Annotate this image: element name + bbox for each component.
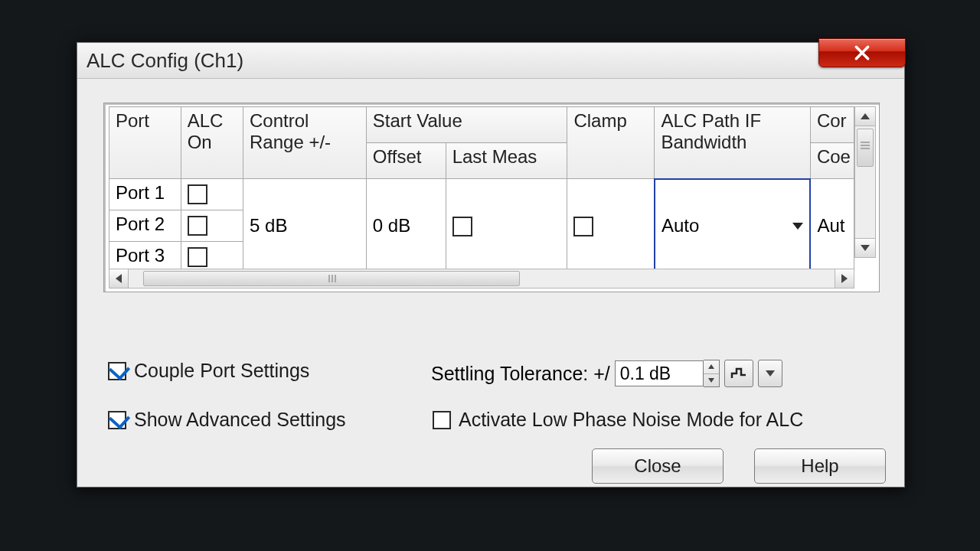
settling-tolerance-input[interactable]: 0.1 dB bbox=[615, 360, 704, 386]
col-control-range[interactable]: Control Range +/- bbox=[243, 107, 367, 179]
couple-port-settings-checkbox[interactable] bbox=[108, 362, 126, 380]
port-grid: Port ALC On Control Range +/- Start Valu… bbox=[109, 106, 854, 274]
cell-next-col[interactable]: Aut bbox=[810, 179, 854, 273]
row-port1-alc-on-checkbox[interactable] bbox=[188, 184, 207, 204]
couple-port-settings-label: Couple Port Settings bbox=[134, 360, 309, 382]
col-clamp[interactable]: Clamp bbox=[567, 107, 655, 179]
col-offset[interactable]: Offset bbox=[366, 143, 446, 179]
cell-alc-path-if-bw-value: Auto bbox=[662, 215, 699, 236]
vertical-scrollbar[interactable] bbox=[854, 106, 876, 258]
scroll-down-button[interactable] bbox=[855, 238, 875, 257]
horizontal-scrollbar[interactable] bbox=[109, 269, 854, 289]
chevron-down-icon bbox=[708, 378, 714, 383]
scroll-up-button[interactable] bbox=[855, 107, 875, 126]
help-button[interactable]: Help bbox=[754, 448, 886, 484]
show-advanced-settings-checkbox[interactable] bbox=[108, 411, 126, 429]
settling-tolerance-row: Settling Tolerance: +/ 0.1 dB bbox=[431, 360, 782, 387]
step-chart-icon bbox=[730, 366, 747, 381]
cell-offset[interactable]: 0 dB bbox=[366, 179, 446, 273]
scroll-right-button[interactable] bbox=[835, 269, 854, 288]
horizontal-scroll-thumb[interactable] bbox=[143, 271, 520, 286]
col-last-meas[interactable]: Last Meas bbox=[446, 143, 567, 179]
titlebar: ALC Config (Ch1) bbox=[77, 43, 904, 79]
show-advanced-settings-row: Show Advanced Settings bbox=[108, 409, 346, 431]
cell-control-range[interactable]: 5 dB bbox=[243, 179, 367, 273]
col-alc-on[interactable]: ALC On bbox=[181, 107, 243, 179]
chevron-down-icon bbox=[766, 370, 775, 377]
tolerance-dropdown-button[interactable] bbox=[758, 360, 782, 387]
col-start-value[interactable]: Start Value bbox=[366, 107, 567, 143]
close-button[interactable]: Close bbox=[592, 448, 724, 484]
spinner-down-button[interactable] bbox=[704, 374, 719, 387]
settling-tolerance-label: Settling Tolerance: +/ bbox=[431, 363, 610, 385]
chevron-left-icon bbox=[116, 274, 122, 283]
dialog-title: ALC Config (Ch1) bbox=[87, 49, 243, 72]
chevron-down-icon bbox=[792, 223, 803, 230]
settling-tolerance-spinner[interactable] bbox=[704, 360, 720, 387]
col-truncated-1[interactable]: Cor bbox=[810, 107, 854, 143]
vertical-scroll-thumb[interactable] bbox=[857, 129, 874, 167]
cell-last-meas-checkbox[interactable] bbox=[452, 217, 472, 236]
chevron-up-icon bbox=[861, 113, 870, 119]
chevron-right-icon bbox=[841, 274, 848, 283]
activate-low-phase-checkbox[interactable] bbox=[433, 411, 451, 429]
col-alc-path-if-bw[interactable]: ALC Path IF Bandwidth bbox=[655, 107, 811, 179]
col-truncated-2[interactable]: Coe bbox=[810, 143, 854, 179]
spinner-up-button[interactable] bbox=[704, 360, 719, 374]
row-port2-alc-on-checkbox[interactable] bbox=[188, 216, 207, 236]
activate-low-phase-label: Activate Low Phase Noise Mode for ALC bbox=[459, 409, 803, 431]
couple-port-settings-row: Couple Port Settings bbox=[108, 360, 309, 382]
row-port3-alc-on-checkbox[interactable] bbox=[188, 247, 207, 267]
close-icon bbox=[854, 44, 871, 61]
chevron-down-icon bbox=[861, 245, 870, 251]
activate-low-phase-row: Activate Low Phase Noise Mode for ALC bbox=[433, 409, 803, 431]
row-port2-label[interactable]: Port 2 bbox=[109, 210, 181, 242]
cell-clamp-checkbox[interactable] bbox=[573, 217, 593, 236]
window-close-button[interactable] bbox=[818, 38, 906, 67]
alc-config-dialog: ALC Config (Ch1) Port ALC On bbox=[77, 42, 905, 487]
grid-panel: Port ALC On Control Range +/- Start Valu… bbox=[103, 103, 880, 292]
scroll-left-button[interactable] bbox=[109, 269, 129, 288]
row-port1-label[interactable]: Port 1 bbox=[109, 179, 181, 210]
chevron-up-icon bbox=[708, 364, 714, 369]
cell-alc-path-if-bw-dropdown[interactable]: Auto bbox=[655, 179, 811, 273]
step-chart-button[interactable] bbox=[724, 360, 753, 387]
col-port[interactable]: Port bbox=[109, 107, 181, 179]
show-advanced-settings-label: Show Advanced Settings bbox=[134, 409, 346, 431]
